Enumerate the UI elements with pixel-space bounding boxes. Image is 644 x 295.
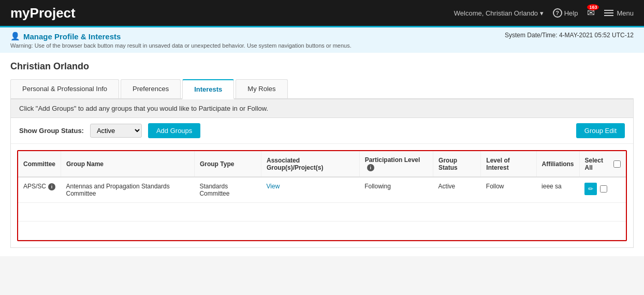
- row-edit-button[interactable]: ✏: [584, 183, 597, 195]
- welcome-text: Welcome, Christian Orlando ▾: [454, 9, 544, 17]
- col-group-status: Group Status: [433, 151, 481, 177]
- col-group-type: Group Type: [194, 151, 261, 177]
- app-logo: myProject: [10, 5, 76, 21]
- row-checkbox[interactable]: [600, 185, 607, 193]
- info-banner: Click "Add Groups" to add any groups tha…: [11, 99, 633, 118]
- hamburger-icon: [604, 10, 613, 16]
- committee-info-icon[interactable]: i: [48, 183, 55, 190]
- tab-interests[interactable]: Interests: [182, 79, 234, 99]
- col-participation-level: Participation Level i: [359, 151, 433, 177]
- mail-badge-container[interactable]: ✉ 163: [587, 7, 595, 19]
- tabs-bar: Personal & Professional Info Preferences…: [10, 79, 634, 99]
- table-empty-row-2: [18, 222, 626, 240]
- col-select-all: Select All: [579, 151, 626, 177]
- group-edit-button[interactable]: Group Edit: [576, 123, 625, 138]
- tab-preferences[interactable]: Preferences: [121, 79, 181, 98]
- table-scroll-area[interactable]: Committee Group Name Group Type Associat…: [18, 151, 626, 240]
- sub-header: 👤 Manage Profile & Interests Warning: Us…: [0, 26, 644, 53]
- cell-group-name: Antennas and Propagation Standards Commi…: [61, 177, 195, 203]
- table-header-row: Committee Group Name Group Type Associat…: [18, 151, 626, 177]
- groups-table: Committee Group Name Group Type Associat…: [18, 151, 626, 240]
- table-empty-row-1: [18, 203, 626, 222]
- cell-select: ✏: [579, 177, 626, 203]
- help-link[interactable]: ? Help: [553, 8, 578, 18]
- cell-participation-level: Following: [359, 177, 433, 203]
- user-name: Christian Orlando: [10, 61, 634, 72]
- cell-level-of-interest: Follow: [481, 177, 536, 203]
- participation-info-icon: i: [367, 164, 374, 171]
- cell-group-status: Active: [433, 177, 481, 203]
- help-icon: ?: [553, 8, 562, 18]
- group-status-select[interactable]: Active Inactive All: [90, 124, 142, 138]
- system-datetime: System Date/Time: 4-MAY-2021 05:52 UTC-1…: [505, 32, 634, 39]
- cell-affiliations: ieee sa: [536, 177, 579, 203]
- main-header: myProject Welcome, Christian Orlando ▾ ?…: [0, 0, 644, 26]
- mail-count-badge: 163: [587, 4, 599, 10]
- tab-my-roles[interactable]: My Roles: [236, 79, 287, 98]
- col-level-of-interest: Level of Interest: [481, 151, 536, 177]
- tab-content-interests: Click "Add Groups" to add any groups tha…: [10, 99, 634, 248]
- groups-table-wrapper: Committee Group Name Group Type Associat…: [17, 150, 627, 241]
- page-title: 👤 Manage Profile & Interests: [10, 32, 352, 41]
- header-right: Welcome, Christian Orlando ▾ ? Help ✉ 16…: [454, 7, 634, 19]
- user-icon: 👤: [10, 32, 20, 41]
- add-groups-button[interactable]: Add Groups: [148, 123, 200, 138]
- col-affiliations: Affiliations: [536, 151, 579, 177]
- show-group-status-label: Show Group Status:: [19, 127, 84, 135]
- warning-message: Warning: Use of the browser back button …: [10, 42, 352, 49]
- col-associated-groups: Associated Group(s)/Project(s): [261, 151, 360, 177]
- col-group-name: Group Name: [61, 151, 195, 177]
- sub-header-left: 👤 Manage Profile & Interests Warning: Us…: [10, 32, 352, 49]
- cell-committee: APS/SC i: [18, 177, 61, 203]
- cell-associated-groups: View: [261, 177, 360, 203]
- tab-personal[interactable]: Personal & Professional Info: [10, 79, 119, 98]
- col-committee: Committee: [18, 151, 61, 177]
- view-associated-link[interactable]: View: [267, 183, 280, 190]
- page-content: Christian Orlando Personal & Professiona…: [0, 53, 644, 256]
- toolbar: Show Group Status: Active Inactive All A…: [11, 118, 633, 144]
- menu-button[interactable]: Menu: [604, 9, 634, 17]
- select-all-checkbox[interactable]: [613, 160, 621, 168]
- table-row: APS/SC i Antennas and Propagation Standa…: [18, 177, 626, 203]
- cell-group-type: Standards Committee: [194, 177, 261, 203]
